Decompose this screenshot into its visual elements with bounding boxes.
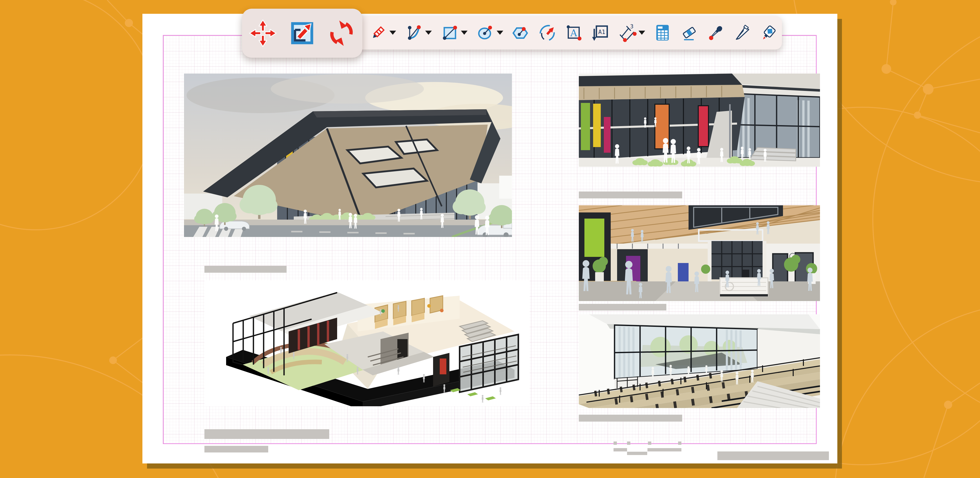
dimension-menu-caret[interactable] <box>638 31 645 35</box>
legend-bar-3[interactable] <box>648 448 681 451</box>
svg-text:A: A <box>570 27 577 38</box>
color-picker-icon <box>706 23 725 42</box>
subtitle-bar-placeholder[interactable] <box>204 446 268 453</box>
text-frame-icon: A <box>564 23 584 42</box>
image-auditorium[interactable] <box>579 314 820 408</box>
document-page[interactable] <box>142 14 837 464</box>
resize-icon <box>288 19 316 47</box>
polygon-tool-button[interactable] <box>508 17 534 48</box>
exterior-street-view-art <box>184 73 512 237</box>
glue-icon <box>759 23 778 42</box>
quill-icon <box>732 23 752 42</box>
dimension-tool-button[interactable]: 3 <box>614 17 649 48</box>
footer-bar-placeholder[interactable] <box>718 451 829 460</box>
text-frame-tool-button[interactable]: A <box>560 17 587 48</box>
curve-tool-button[interactable] <box>400 17 436 48</box>
label-icon: A1 <box>590 23 610 42</box>
label-tool-button[interactable]: A1 <box>587 17 614 48</box>
svg-text:3: 3 <box>630 23 634 30</box>
eraser-icon <box>679 23 699 42</box>
rotate-tool-button[interactable] <box>322 11 361 55</box>
color-picker-tool-button[interactable] <box>702 17 729 48</box>
courtyard-view-art <box>579 73 820 167</box>
page-work-area[interactable] <box>163 35 817 444</box>
table-tool-button[interactable] <box>649 17 676 48</box>
curve-icon <box>404 23 424 42</box>
interior-atrium-art <box>579 205 820 301</box>
caption-placeholder-2[interactable] <box>579 191 682 198</box>
image-exterior-street-view[interactable] <box>184 73 512 237</box>
glue-tool-button[interactable] <box>756 17 782 48</box>
legend-tick-1[interactable] <box>614 441 617 445</box>
image-courtyard-view[interactable] <box>579 73 820 167</box>
transform-toolbar-group <box>242 9 363 58</box>
caption-placeholder-3[interactable] <box>579 304 667 311</box>
rectangle-icon <box>440 23 460 42</box>
pencil-icon <box>369 23 388 42</box>
desktop-background: A A1 3 <box>0 0 980 478</box>
curve-menu-caret[interactable] <box>425 31 432 35</box>
legend-bar-1[interactable] <box>614 448 627 451</box>
rectangle-menu-caret[interactable] <box>461 31 468 35</box>
image-interior-atrium[interactable] <box>579 205 820 301</box>
rotate-icon <box>328 19 355 47</box>
table-icon <box>653 23 672 42</box>
isometric-cutaway-art <box>204 280 530 406</box>
dimension-icon: 3 <box>617 23 637 42</box>
rectangle-tool-button[interactable] <box>436 17 472 48</box>
ellipse-tool-button[interactable] <box>472 17 508 48</box>
legend-tick-4[interactable] <box>678 441 681 445</box>
resize-tool-button[interactable] <box>283 11 321 55</box>
ellipse-menu-caret[interactable] <box>496 31 503 35</box>
svg-text:A1: A1 <box>598 29 605 35</box>
pencil-menu-caret[interactable] <box>390 31 396 35</box>
auditorium-art <box>579 314 820 408</box>
pencil-tool-button[interactable] <box>364 17 400 48</box>
arc-icon <box>538 23 557 42</box>
polygon-icon <box>511 23 530 42</box>
legend-tick-2[interactable] <box>627 441 630 445</box>
arc-tool-button[interactable] <box>534 17 560 48</box>
eraser-tool-button[interactable] <box>676 17 702 48</box>
move-icon <box>249 19 277 47</box>
quill-tool-button[interactable] <box>729 17 756 48</box>
image-isometric-cutaway[interactable] <box>204 280 530 406</box>
move-tool-button[interactable] <box>244 11 282 55</box>
caption-placeholder-4[interactable] <box>579 415 682 422</box>
legend-tick-3[interactable] <box>648 441 651 445</box>
legend-bar-2[interactable] <box>627 452 647 455</box>
title-bar-placeholder[interactable] <box>204 429 329 439</box>
ellipse-icon <box>476 23 495 42</box>
caption-placeholder-1[interactable] <box>204 266 286 273</box>
